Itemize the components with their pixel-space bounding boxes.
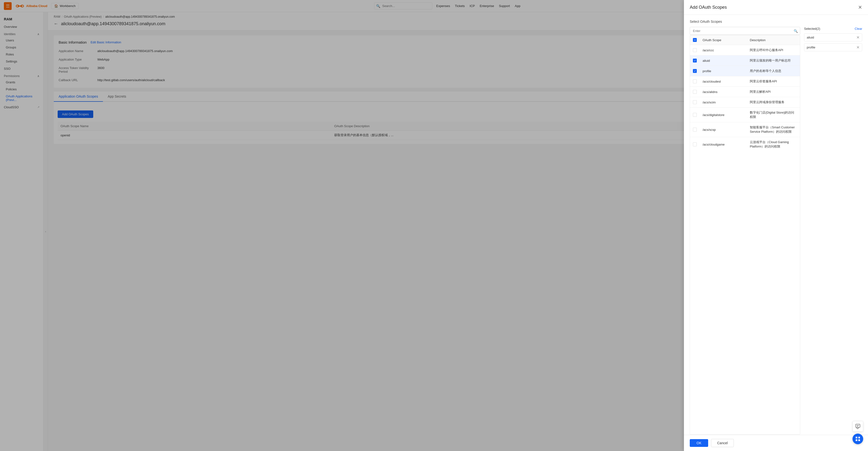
scope-row-acs-cloudesl: /acs/cloudesl 阿里云价签服务API xyxy=(690,76,800,87)
checkbox-acs-scim[interactable] xyxy=(693,100,697,104)
scope-desc-acs-digitalstore: 数字化门店(Digital Store)的访问权限 xyxy=(750,111,797,119)
scope-search-input[interactable] xyxy=(690,27,800,35)
checkbox-profile[interactable]: ✓ xyxy=(693,69,697,73)
selected-tag-aliuid-label: aliuid xyxy=(807,36,814,39)
scope-search-icon: 🔍 xyxy=(794,29,798,33)
modal-footer: OK Cancel xyxy=(684,435,868,451)
svg-rect-6 xyxy=(856,424,860,427)
scope-desc-acs-cloudesl: 阿里云价签服务API xyxy=(750,79,797,84)
svg-rect-11 xyxy=(856,440,857,441)
scope-label-acs-cloudesl: /acs/cloudesl xyxy=(703,80,750,83)
selected-header: Selected(2) Clear xyxy=(804,27,862,31)
scope-row-acs-alidns: /acs/alidns 阿里云解析API xyxy=(690,87,800,97)
scope-desc-acs-scim: 阿里云跨域身份管理服务 xyxy=(750,100,797,104)
scope-label-profile: profile xyxy=(703,69,750,73)
checkbox-acs-ccc[interactable] xyxy=(693,48,697,52)
scope-desc-acs-scsp: 智能客服平台（Smart Customer Service Platform）的… xyxy=(750,125,797,134)
modal-title: Add OAuth Scopes xyxy=(690,5,727,10)
cancel-button[interactable]: Cancel xyxy=(711,439,734,447)
scope-row-acs-ccc: /acs/ccc 阿里云呼叫中心服务API xyxy=(690,45,800,56)
ok-button[interactable]: OK xyxy=(690,439,708,447)
selected-tag-profile-label: profile xyxy=(807,46,815,49)
clear-button[interactable]: Clear xyxy=(855,27,862,31)
modal-header: Add OAuth Scopes ✕ xyxy=(684,0,868,15)
scope-label-acs-cloudgame: /acs/cloudgame xyxy=(703,143,750,146)
header-checkbox-col: − xyxy=(693,38,703,42)
checkbox-acs-scsp[interactable] xyxy=(693,128,697,131)
scope-row-acs-digitalstore: /acs/digitalstore 数字化门店(Digital Store)的访… xyxy=(690,108,800,122)
selected-tag-profile: profile ✕ xyxy=(804,43,862,51)
scope-desc-acs-ccc: 阿里云呼叫中心服务API xyxy=(750,48,797,52)
scope-table: − OAuth Scope Description /acs/ccc 阿里云呼叫… xyxy=(690,35,800,435)
scope-col-header: OAuth Scope xyxy=(703,38,750,42)
checkbox-acs-digitalstore[interactable] xyxy=(693,113,697,117)
selected-area: Selected(2) Clear aliuid ✕ profile ✕ xyxy=(804,27,862,435)
scope-desc-profile: 用户的名称等个人信息 xyxy=(750,69,797,73)
checkbox-acs-alidns[interactable] xyxy=(693,90,697,94)
checkbox-acs-cloudesl[interactable] xyxy=(693,80,697,83)
checkbox-aliuid[interactable]: ✓ xyxy=(693,59,697,62)
desc-col-header: Description xyxy=(750,38,797,42)
scope-search: 🔍 xyxy=(690,27,800,35)
select-all-checkbox[interactable]: − xyxy=(693,38,697,42)
scope-label-acs-alidns: /acs/alidns xyxy=(703,90,750,94)
scope-row-acs-scim: /acs/scim 阿里云跨域身份管理服务 xyxy=(690,97,800,108)
selected-tag-aliuid: aliuid ✕ xyxy=(804,33,862,41)
scope-desc-aliuid: 阿里云颁发的唯一用户标志符 xyxy=(750,58,797,63)
scope-list-area: 🔍 − OAuth Scope Description /acs/ccc xyxy=(690,27,800,435)
scope-row-acs-scsp: /acs/scsp 智能客服平台（Smart Customer Service … xyxy=(690,122,800,137)
grid-fab-button[interactable] xyxy=(852,433,863,444)
scope-label-acs-digitalstore: /acs/digitalstore xyxy=(703,113,750,117)
scope-table-header: − OAuth Scope Description xyxy=(690,35,800,45)
scope-desc-acs-alidns: 阿里云解析API xyxy=(750,90,797,94)
svg-rect-9 xyxy=(856,437,857,439)
modal-body: Select OAuth Scopes 🔍 − OAuth Scope Desc… xyxy=(684,15,868,435)
modal-section-title: Select OAuth Scopes xyxy=(690,20,862,24)
checkbox-acs-cloudgame[interactable] xyxy=(693,143,697,146)
scope-label-acs-scsp: /acs/scsp xyxy=(703,128,750,131)
remove-aliuid-button[interactable]: ✕ xyxy=(857,35,860,40)
scope-row-acs-cloudgame: /acs/cloudgame 云游戏平台（Cloud Gaming Platfo… xyxy=(690,137,800,152)
add-oauth-scopes-modal: Add OAuth Scopes ✕ Select OAuth Scopes 🔍… xyxy=(684,0,868,451)
modal-close-button[interactable]: ✕ xyxy=(858,4,862,10)
selected-count-label: Selected(2) xyxy=(804,27,820,31)
scope-label-acs-scim: /acs/scim xyxy=(703,100,750,104)
chat-button[interactable] xyxy=(852,421,863,432)
scope-desc-acs-cloudgame: 云游戏平台（Cloud Gaming Platform）的访问权限 xyxy=(750,140,797,149)
scope-label-acs-ccc: /acs/ccc xyxy=(703,49,750,52)
scope-row-profile: ✓ profile 用户的名称等个人信息 xyxy=(690,66,800,76)
modal-content: 🔍 − OAuth Scope Description /acs/ccc xyxy=(690,27,862,435)
scope-label-aliuid: aliuid xyxy=(703,59,750,62)
scope-row-aliuid: ✓ aliuid 阿里云颁发的唯一用户标志符 xyxy=(690,56,800,66)
svg-rect-12 xyxy=(858,440,860,441)
remove-profile-button[interactable]: ✕ xyxy=(857,45,860,50)
svg-rect-10 xyxy=(858,437,860,439)
